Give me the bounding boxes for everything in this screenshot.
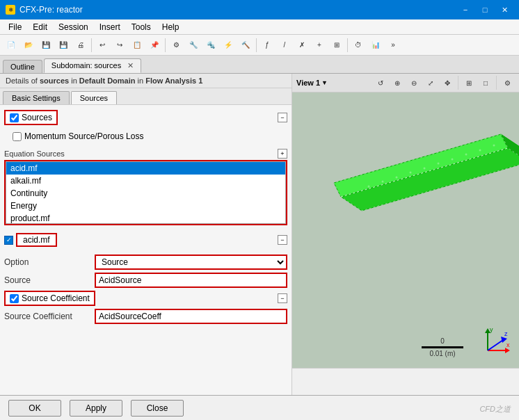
svg-point-11 [410, 172, 412, 174]
equation-sources-list[interactable]: acid.mf alkali.mf Continuity Energy prod… [6, 161, 286, 224]
equation-sources-section: Equation Sources + acid.mf alkali.mf Con… [4, 147, 287, 225]
momentum-source-row: Momentum Source/Porous Loss [13, 129, 287, 144]
option-label: Option [4, 257, 95, 267]
toolbar-undo[interactable]: ↩ [94, 37, 111, 54]
menu-session[interactable]: Session [53, 21, 94, 33]
sources-checkbox-label[interactable]: Sources [10, 113, 52, 122]
sources-collapse-toggle[interactable]: − [278, 113, 287, 122]
toolbar-more[interactable]: » [385, 37, 401, 54]
acid-mf-section: ✓ acid.mf − Option Source Sou [4, 229, 287, 324]
momentum-checkbox-label[interactable]: Momentum Source/Porous Loss [13, 131, 143, 141]
view-box-btn[interactable]: □ [478, 76, 493, 90]
svg-text:y: y [490, 326, 493, 333]
option-row: Option Source [4, 255, 287, 270]
momentum-checkbox[interactable] [13, 132, 22, 141]
scale-bar: 0 0.01 (m) [422, 337, 463, 357]
menu-edit[interactable]: Edit [27, 21, 53, 33]
menu-help[interactable]: Help [157, 21, 185, 33]
source-coeff-checkbox-label[interactable]: Source Coefficient [10, 293, 90, 303]
toolbar-open[interactable]: 📂 [20, 37, 37, 54]
tab-subdomain-sources[interactable]: Subdomain: sources ✕ [44, 58, 141, 73]
option-select[interactable]: Source [95, 255, 287, 270]
toolbar-save2[interactable]: 💾 [55, 37, 72, 54]
view-fit-btn[interactable]: ⤢ [423, 76, 438, 90]
toolbar-tool5[interactable]: 🔨 [237, 37, 254, 54]
source-coeff-checkbox[interactable] [10, 294, 19, 303]
toolbar-tool3[interactable]: 🔩 [202, 37, 219, 54]
viewport: 0 0.01 (m) x y z [292, 92, 519, 420]
menu-insert[interactable]: Insert [94, 21, 126, 33]
svg-text:x: x [506, 341, 510, 348]
view-title: View 1 ▼ [296, 79, 328, 87]
tab-close-icon[interactable]: ✕ [127, 61, 134, 70]
toolbar-save[interactable]: 💾 [38, 37, 54, 54]
close-button[interactable]: Close [131, 400, 184, 417]
toolbar-tool1[interactable]: ⚙ [168, 37, 184, 54]
svg-point-8 [452, 159, 454, 161]
source-coeff-toggle[interactable]: − [278, 293, 287, 303]
view-pan-btn[interactable]: ✥ [440, 76, 455, 90]
ok-button[interactable]: OK [8, 400, 61, 417]
svg-point-6 [396, 177, 398, 179]
apply-button[interactable]: Apply [70, 400, 122, 417]
view-rotate-btn[interactable]: ↺ [373, 76, 388, 90]
bottom-bar: OK Apply Close [0, 395, 519, 420]
toolbar-slash1[interactable]: / [276, 37, 293, 54]
list-item-product-mf[interactable]: product.mf [6, 212, 285, 224]
list-item-continuity[interactable]: Continuity [6, 187, 285, 200]
source-input[interactable] [95, 273, 287, 288]
close-window-button[interactable]: ✕ [495, 3, 513, 17]
svg-text:z: z [504, 330, 508, 337]
svg-point-9 [479, 150, 481, 152]
toolbar-slash2[interactable]: ✗ [294, 37, 310, 54]
toolbar-func[interactable]: ƒ [259, 37, 276, 54]
list-item-alkali-mf[interactable]: alkali.mf [6, 175, 285, 187]
view-zoom-in-btn[interactable]: ⊕ [390, 76, 405, 90]
menu-tools[interactable]: Tools [126, 21, 157, 33]
acid-mf-toggle[interactable]: − [278, 235, 287, 245]
tab-basic-settings[interactable]: Basic Settings [3, 91, 70, 104]
panel-header: Details of sources in Default Domain in … [0, 74, 292, 88]
source-coeff-value-row: Source Coefficient [4, 309, 287, 324]
axis-indicator: x y z [481, 326, 512, 357]
toolbar-new[interactable]: 📄 [3, 37, 19, 54]
svg-line-21 [488, 340, 503, 350]
toolbar-clock[interactable]: ⏱ [350, 37, 367, 54]
maximize-button[interactable]: □ [476, 3, 494, 17]
svg-point-7 [424, 168, 426, 170]
3d-shape [313, 113, 519, 239]
toolbar-copy[interactable]: 📋 [129, 37, 145, 54]
view-settings-btn[interactable]: ⚙ [500, 76, 515, 90]
toolbar-tool2[interactable]: 🔧 [185, 37, 202, 54]
app-icon: ⚛ [6, 5, 15, 15]
inner-tab-bar: Basic Settings Sources [0, 88, 292, 105]
toolbar-plus[interactable]: + [311, 37, 328, 54]
toolbar-paste[interactable]: 📌 [146, 37, 163, 54]
menu-file[interactable]: File [3, 21, 27, 33]
toolbar-redo[interactable]: ↪ [111, 37, 128, 54]
view-grid-btn[interactable]: ⊞ [461, 76, 477, 90]
tab-sources[interactable]: Sources [71, 91, 117, 104]
toolbar-print[interactable]: 🖨 [72, 37, 89, 54]
title-bar: ⚛ CFX-Pre: reactor − □ ✕ [0, 0, 519, 19]
document-tab-bar: Outline Subdomain: sources ✕ [0, 56, 519, 74]
view-zoom-out-btn[interactable]: ⊖ [406, 76, 422, 90]
minimize-button[interactable]: − [456, 3, 474, 17]
source-row: Source [4, 273, 287, 288]
tab-outline[interactable]: Outline [3, 60, 42, 73]
list-item-energy[interactable]: Energy [6, 200, 285, 212]
left-panel: Details of sources in Default Domain in … [0, 74, 292, 420]
source-coeff-label: Source Coefficient [4, 312, 95, 321]
list-item-acid-mf[interactable]: acid.mf [6, 162, 285, 175]
toolbar-grid[interactable]: ⊞ [328, 37, 345, 54]
svg-marker-16 [505, 348, 510, 353]
watermark: CFD之道 [479, 404, 511, 414]
sources-checkbox[interactable] [10, 113, 19, 122]
acid-mf-checkbox[interactable]: ✓ [4, 236, 13, 245]
toolbar: 📄 📂 💾 💾 🖨 ↩ ↪ 📋 📌 ⚙ 🔧 🔩 ⚡ 🔨 ƒ / ✗ + ⊞ ⏱ … [0, 35, 519, 56]
equation-sources-listbox-container: acid.mf alkali.mf Continuity Energy prod… [4, 160, 287, 225]
toolbar-chart[interactable]: 📊 [367, 37, 384, 54]
equation-sources-toggle[interactable]: + [278, 149, 287, 159]
toolbar-tool4[interactable]: ⚡ [220, 37, 237, 54]
source-coeff-input[interactable] [95, 309, 287, 324]
